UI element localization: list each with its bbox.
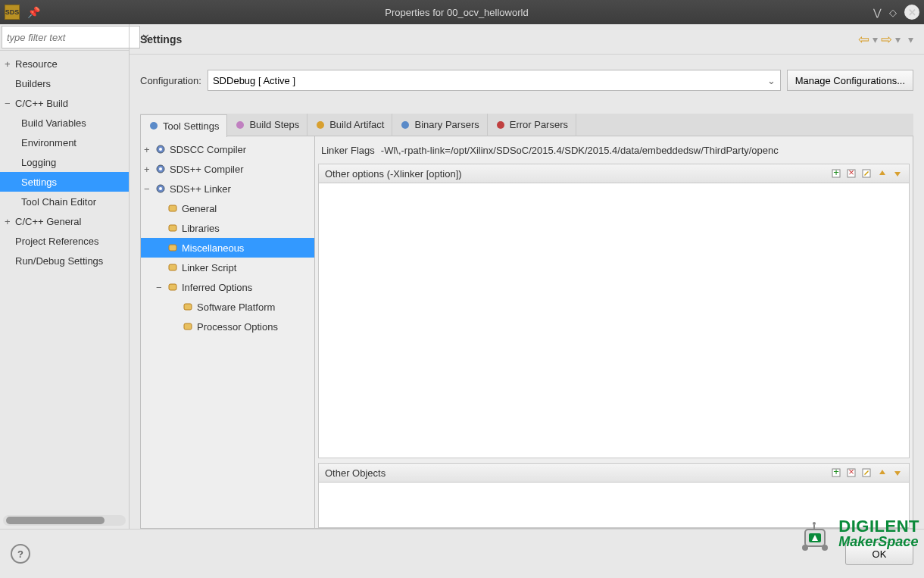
tab-binary-parsers[interactable]: Binary Parsers bbox=[392, 114, 487, 136]
tool-item-sdscc-compiler[interactable]: +SDSCC Compiler bbox=[141, 139, 314, 159]
pin-icon[interactable]: 📌 bbox=[27, 6, 40, 18]
nav-item-environment[interactable]: Environment bbox=[0, 133, 129, 152]
back-icon[interactable]: ⇦ bbox=[858, 31, 869, 48]
expand-icon[interactable]: + bbox=[5, 58, 15, 70]
nav-item-run-debug-settings[interactable]: Run/Debug Settings bbox=[0, 251, 129, 270]
nav-item-c-c-build[interactable]: −C/C++ Build bbox=[0, 93, 129, 113]
linker-flags-value[interactable]: -Wl\,-rpath-link=/opt/Xilinx/SDSoC/2015.… bbox=[381, 145, 907, 156]
expand-icon[interactable]: + bbox=[144, 144, 155, 155]
tool-item-sds-compiler[interactable]: +SDS++ Compiler bbox=[141, 159, 314, 179]
close-icon[interactable]: ✕ bbox=[904, 5, 919, 20]
back-menu-icon[interactable]: ▾ bbox=[872, 33, 878, 45]
tab-label: Build Artifact bbox=[329, 119, 384, 130]
other-options-header: Other options (-Xlinker [option]) + × bbox=[318, 164, 910, 183]
app-icon: SDS bbox=[5, 5, 20, 20]
tab-icon bbox=[400, 120, 410, 130]
minimize-icon[interactable]: ⋁ bbox=[873, 7, 882, 18]
nav-item-settings[interactable]: Settings bbox=[0, 172, 129, 192]
edit-icon[interactable] bbox=[862, 467, 872, 478]
add-icon[interactable]: + bbox=[832, 467, 842, 478]
configuration-select[interactable]: SDDebug [ Active ] ⌄ bbox=[208, 70, 781, 91]
nav-item-build-variables[interactable]: Build Variables bbox=[0, 113, 129, 133]
expand-icon[interactable]: + bbox=[144, 164, 155, 175]
maximize-icon[interactable]: ◇ bbox=[889, 7, 897, 18]
option-icon bbox=[182, 301, 194, 312]
forward-icon[interactable]: ⇨ bbox=[881, 31, 892, 48]
category-pane: ✕ +ResourceBuilders−C/C++ BuildBuild Var… bbox=[0, 24, 129, 529]
window-title: Properties for 00_ocv_helloworld bbox=[40, 7, 873, 18]
tool-item-software-platform[interactable]: Software Platform bbox=[141, 297, 314, 317]
tab-error-parsers[interactable]: Error Parsers bbox=[488, 114, 576, 136]
titlebar: SDS 📌 Properties for 00_ocv_helloworld ⋁… bbox=[0, 0, 924, 24]
tool-item-label: Inferred Options bbox=[182, 282, 252, 293]
nav-item-label: Project References bbox=[15, 236, 99, 247]
forward-menu-icon[interactable]: ▾ bbox=[895, 33, 901, 45]
tab-icon bbox=[235, 120, 245, 130]
add-icon[interactable]: + bbox=[832, 168, 842, 179]
svg-rect-17 bbox=[184, 323, 192, 330]
tool-item-miscellaneous[interactable]: Miscellaneous bbox=[141, 238, 314, 258]
other-options-list[interactable] bbox=[318, 183, 910, 458]
tool-item-general[interactable]: General bbox=[141, 198, 314, 218]
view-menu-icon[interactable]: ▾ bbox=[908, 33, 913, 45]
expand-icon[interactable]: + bbox=[5, 216, 15, 227]
tab-build-steps[interactable]: Build Steps bbox=[227, 114, 307, 136]
other-objects-header: Other Objects + × bbox=[318, 463, 910, 483]
tab-tool-settings[interactable]: Tool Settings bbox=[140, 114, 227, 137]
svg-point-8 bbox=[159, 167, 162, 170]
svg-point-10 bbox=[159, 187, 162, 190]
tool-item-label: Software Platform bbox=[197, 301, 275, 313]
expand-icon[interactable]: − bbox=[156, 282, 167, 293]
nav-item-tool-chain-editor[interactable]: Tool Chain Editor bbox=[0, 192, 129, 211]
nav-item-logging[interactable]: Logging bbox=[0, 152, 129, 172]
nav-item-project-references[interactable]: Project References bbox=[0, 231, 129, 251]
move-up-icon[interactable] bbox=[877, 168, 888, 179]
svg-point-1 bbox=[236, 121, 244, 129]
tool-item-sds-linker[interactable]: −SDS++ Linker bbox=[141, 179, 314, 198]
nav-item-c-c-general[interactable]: +C/C++ General bbox=[0, 211, 129, 231]
manage-configurations-button[interactable]: Manage Configurations... bbox=[787, 70, 913, 91]
tab-label: Build Steps bbox=[249, 119, 299, 130]
nav-item-label: C/C++ General bbox=[15, 216, 81, 227]
tool-item-label: Linker Script bbox=[182, 262, 236, 273]
gear-icon bbox=[155, 144, 167, 155]
help-button[interactable]: ? bbox=[11, 544, 30, 564]
option-icon bbox=[167, 203, 179, 214]
svg-point-4 bbox=[497, 121, 504, 129]
tool-item-label: SDS++ Linker bbox=[170, 183, 231, 195]
tool-item-label: SDS++ Compiler bbox=[170, 164, 244, 175]
svg-text:+: + bbox=[833, 168, 839, 178]
svg-point-3 bbox=[401, 121, 409, 129]
tool-item-inferred-options[interactable]: −Inferred Options bbox=[141, 277, 314, 297]
move-down-icon[interactable] bbox=[892, 168, 903, 179]
delete-icon[interactable]: × bbox=[847, 467, 857, 478]
nav-item-label: Run/Debug Settings bbox=[15, 255, 103, 267]
other-objects-label: Other Objects bbox=[325, 467, 832, 479]
nav-item-resource[interactable]: +Resource bbox=[0, 54, 129, 73]
other-objects-list[interactable] bbox=[318, 483, 910, 528]
tab-build-artifact[interactable]: Build Artifact bbox=[307, 114, 392, 136]
delete-icon[interactable]: × bbox=[847, 168, 857, 179]
expand-icon[interactable]: − bbox=[144, 183, 155, 195]
ok-button[interactable]: OK bbox=[845, 542, 913, 565]
horizontal-scrollbar[interactable] bbox=[3, 515, 126, 526]
filter-input[interactable] bbox=[2, 26, 140, 48]
tool-item-label: Miscellaneous bbox=[182, 242, 244, 254]
nav-item-label: Tool Chain Editor bbox=[21, 196, 96, 208]
nav-item-label: Resource bbox=[15, 58, 58, 70]
expand-icon[interactable]: − bbox=[5, 98, 15, 109]
linker-flags-label: Linker Flags bbox=[321, 145, 375, 156]
nav-item-label: Build Variables bbox=[21, 117, 86, 129]
tool-item-libraries[interactable]: Libraries bbox=[141, 218, 314, 238]
svg-text:+: + bbox=[833, 467, 839, 477]
move-down-icon[interactable] bbox=[892, 467, 903, 478]
svg-rect-15 bbox=[169, 284, 176, 290]
option-icon bbox=[182, 321, 194, 332]
tool-item-processor-options[interactable]: Processor Options bbox=[141, 317, 314, 336]
move-up-icon[interactable] bbox=[877, 467, 888, 478]
svg-text:×: × bbox=[848, 168, 854, 178]
nav-item-builders[interactable]: Builders bbox=[0, 73, 129, 93]
settings-pane: Settings ⇦ ▾ ⇨ ▾ ▾ Configuration: SDDebu… bbox=[129, 24, 924, 529]
edit-icon[interactable] bbox=[862, 168, 872, 179]
tool-item-linker-script[interactable]: Linker Script bbox=[141, 258, 314, 277]
